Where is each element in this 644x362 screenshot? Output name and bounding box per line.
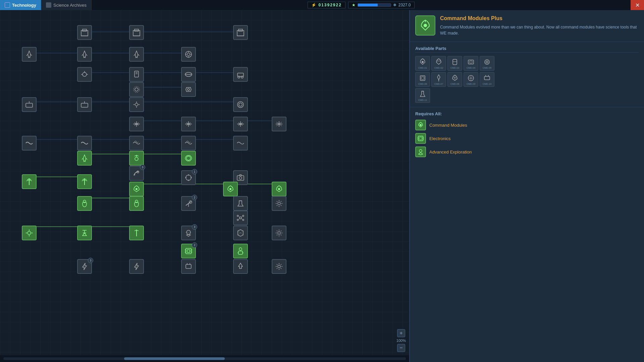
tech-node-landing2[interactable] (77, 97, 92, 112)
svg-point-89 (278, 232, 280, 234)
part-item-5[interactable]: CMD-05 (480, 56, 494, 71)
tech-node-dish1[interactable]: 3 (129, 166, 144, 181)
part-item-8[interactable]: CMD-08 (447, 72, 462, 87)
svg-line-67 (241, 219, 242, 219)
tech-node-circuit1[interactable]: 2 (181, 244, 196, 258)
resource-icon: ⚡ (311, 3, 316, 7)
svg-point-27 (135, 88, 138, 91)
svg-point-69 (278, 202, 280, 205)
tech-node-tank1[interactable] (181, 67, 196, 82)
science-tab-icon (46, 2, 51, 8)
bar-fill (358, 3, 391, 7)
tech-node-sciex1[interactable] (77, 226, 92, 240)
tab-science[interactable]: Science Archives (41, 0, 92, 10)
tech-node-nuclear[interactable] (181, 47, 196, 62)
svg-rect-132 (420, 76, 425, 80)
tech-node-chem[interactable] (233, 196, 248, 211)
tech-node-scanner1[interactable]: 3 (181, 226, 196, 240)
tech-node-landing1[interactable] (22, 97, 37, 112)
part-label-7: CMD-07 (434, 83, 443, 85)
close-button[interactable]: ✕ (631, 0, 644, 10)
part-item-2[interactable]: CMD-02 (431, 56, 446, 71)
svg-line-119 (281, 268, 281, 269)
tech-node-plane4[interactable] (272, 117, 286, 131)
tech-node-auto2[interactable] (181, 82, 196, 97)
tech-node-rocket1[interactable] (22, 47, 37, 62)
part-item-4[interactable]: CMD-04 (464, 56, 478, 71)
tech-node-cmdmod2[interactable] (223, 182, 238, 196)
tech-node-power1[interactable]: 3 (77, 259, 92, 274)
svg-line-96 (277, 235, 277, 235)
tech-node-buildings2[interactable] (129, 25, 144, 40)
tech-node-aero1[interactable] (22, 136, 37, 150)
tech-node-rocket2[interactable] (77, 47, 92, 62)
tech-node-rover[interactable] (233, 67, 248, 82)
tech-node-rocket3[interactable] (129, 47, 144, 62)
tech-node-starburst3[interactable] (272, 259, 286, 274)
part-item-7[interactable]: CMD-07 (431, 72, 446, 87)
tech-node-cmdmod3[interactable] (272, 182, 286, 196)
tech-node-plane3[interactable] (233, 117, 248, 131)
tech-node-buildings3[interactable] (233, 25, 248, 40)
req-item-command-modules[interactable]: Command Modules (415, 120, 639, 130)
scrollbar-thumb[interactable] (124, 357, 225, 360)
part-item-11[interactable]: CMD-11 (415, 88, 430, 103)
tech-node-telescope[interactable]: 2 (181, 196, 196, 211)
svg-point-29 (187, 88, 190, 90)
tech-node-plane2[interactable] (181, 117, 196, 131)
svg-point-113 (278, 265, 280, 268)
tech-node-light1[interactable] (22, 226, 37, 240)
tech-node-eva2[interactable] (129, 196, 144, 211)
tech-node-plane1[interactable] (129, 117, 144, 131)
close-icon: ✕ (635, 2, 640, 8)
tech-node-recycle[interactable] (233, 259, 248, 274)
part-item-9[interactable]: CMD-09 (464, 72, 478, 87)
tech-node-aero2[interactable] (77, 136, 92, 150)
tab-technology[interactable]: Technology (0, 0, 41, 10)
tech-node-gear2[interactable] (233, 97, 248, 112)
tech-node-relay1[interactable] (181, 151, 196, 166)
svg-point-122 (424, 24, 427, 27)
tech-node-eva1[interactable] (77, 196, 92, 211)
part-label-8: CMD-08 (450, 83, 459, 85)
tech-node-rocket-un1[interactable] (77, 151, 92, 166)
zoom-out-button[interactable]: − (397, 344, 405, 352)
tech-node-ant2[interactable] (77, 174, 92, 189)
tech-node-probe1[interactable] (77, 67, 92, 82)
tech-node-ant1[interactable] (22, 174, 37, 189)
tech-node-comms1[interactable] (129, 151, 144, 166)
tech-node-molecule[interactable] (233, 210, 248, 225)
tech-detail-icon (415, 15, 435, 36)
scrollbar-track[interactable] (3, 357, 406, 360)
tech-node-aero5[interactable] (233, 136, 248, 150)
req-item-advanced-exploration[interactable]: Advanced Exploration (415, 146, 639, 157)
tech-node-power2[interactable] (129, 259, 144, 274)
tech-node-cmdmod1[interactable] (129, 182, 144, 196)
part-item-10[interactable]: CMD-10 (480, 72, 494, 87)
tech-node-power3[interactable] (181, 259, 196, 274)
tech-node-scope1[interactable]: 1 (181, 170, 196, 185)
tech-node-fuel[interactable] (129, 67, 144, 82)
req-item-electronics[interactable]: Electronics (415, 133, 639, 144)
part-item-6[interactable]: CMD-06 (415, 72, 430, 87)
tech-node-buildings1[interactable] (77, 25, 92, 40)
part-item-3[interactable]: CMD-03 (447, 56, 462, 71)
horizontal-scrollbar[interactable] (0, 355, 409, 362)
part-item-1[interactable]: CMD-01 (415, 56, 430, 71)
tech-node-sciex2[interactable] (129, 226, 144, 240)
tech-node-starburst1[interactable] (272, 196, 286, 211)
svg-point-36 (237, 102, 244, 108)
tech-node-aero4[interactable] (181, 136, 196, 150)
tech-node-gear[interactable] (129, 97, 144, 112)
svg-rect-4 (135, 29, 139, 31)
tech-detail-icon-svg (419, 19, 432, 32)
tech-node-scanner2[interactable] (233, 226, 248, 240)
tech-detail-description: Command Modules evolved more than we can… (440, 24, 639, 36)
svg-point-35 (239, 103, 242, 106)
tech-node-robot[interactable] (233, 244, 248, 258)
zoom-in-button[interactable]: + (397, 329, 405, 337)
tech-node-starburst2[interactable] (272, 226, 286, 240)
svg-point-61 (243, 215, 244, 217)
tech-node-auto1[interactable] (129, 82, 144, 97)
tech-node-aero3[interactable] (129, 136, 144, 150)
